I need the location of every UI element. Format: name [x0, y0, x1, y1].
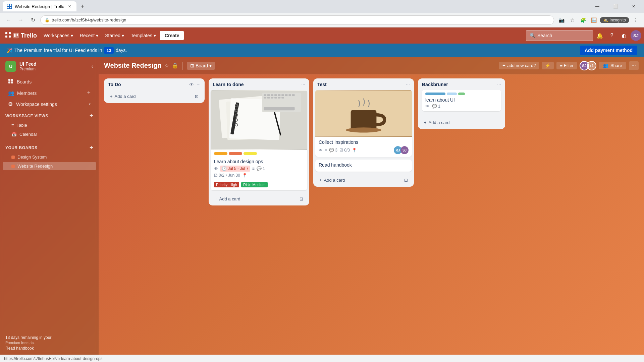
footer-line2: Premium free trial. — [5, 341, 93, 345]
notifications-icon[interactable]: 🔔 — [594, 30, 605, 41]
card-collect-inspirations[interactable]: Collect Inspirations 👁 ≡ 💬 3 ☑ 0/3 📍 — [315, 90, 412, 157]
create-button[interactable]: Create — [160, 31, 184, 40]
svg-rect-10 — [17, 34, 18, 36]
sidebar-item-boards[interactable]: Boards — [3, 76, 96, 87]
card-comments: 💬 1 — [257, 166, 265, 171]
workspace-views-label: Workspace views — [5, 114, 88, 118]
reload-button[interactable]: ↻ — [28, 15, 38, 25]
column-learn: Learn to done ··· — [209, 78, 309, 205]
your-boards-header: Your boards + — [0, 141, 99, 153]
starred-menu[interactable]: Starred ▾ — [102, 32, 127, 40]
website-redesign-label: Website Redesign — [17, 164, 53, 169]
trial-banner-text: The Premium free trial for UI Feed ends … — [14, 48, 102, 53]
forward-button[interactable]: → — [16, 15, 25, 25]
column-learn-more-icon[interactable]: ··· — [301, 82, 305, 87]
power-ups-button[interactable]: ⚡ — [542, 62, 554, 69]
workspace-icon: U — [5, 61, 16, 72]
table-label: Table — [17, 123, 27, 128]
new-tab-button[interactable]: + — [78, 2, 87, 11]
back-button[interactable]: ← — [4, 15, 13, 25]
user-avatar[interactable]: SJ — [631, 30, 641, 41]
add-board-button[interactable]: + — [90, 144, 93, 151]
profiles-icon[interactable]: 🪟 — [589, 15, 598, 25]
workspace-views-header: Workspace views + — [0, 110, 99, 121]
svg-rect-1 — [10, 4, 11, 6]
add-member-icon[interactable]: + — [87, 89, 91, 97]
learn-add-card-button[interactable]: + Add a card ⊡ — [211, 194, 307, 204]
menu-icon[interactable]: ⋮ — [631, 15, 640, 25]
card-learn-ui[interactable]: learn about UI 👁 💬 1 — [422, 90, 501, 111]
svg-rect-4 — [5, 32, 7, 34]
boards-label: Boards — [17, 79, 91, 84]
lock-board-icon[interactable]: 🔒 — [172, 62, 178, 69]
maximize-button[interactable]: ⬜ — [608, 1, 623, 11]
star-board-icon[interactable]: ☆ — [164, 62, 169, 69]
search-box[interactable]: 🔍 Search — [526, 30, 593, 41]
sidebar-collapse-button[interactable]: ‹ — [92, 63, 93, 69]
card-read-handbook[interactable]: Read handbook — [315, 160, 412, 172]
theme-icon[interactable]: ◐ — [619, 30, 629, 41]
lock-icon: 🔒 — [45, 18, 50, 22]
svg-rect-9 — [14, 34, 15, 37]
incognito-badge: 🕵 Incognito — [600, 17, 629, 23]
bookmark-star-icon[interactable]: ☆ — [568, 15, 577, 25]
svg-rect-33 — [281, 94, 284, 96]
help-icon[interactable]: ? — [606, 30, 617, 41]
browser-tab[interactable]: Website Redesign | Trello ✕ — [3, 1, 76, 11]
workspace-settings-label: Workspace settings — [16, 102, 86, 107]
members-label: Members — [17, 90, 84, 96]
member-avatars-group: SJ +1 — [580, 61, 596, 70]
header-separator — [182, 62, 183, 70]
column-todo-watch-icon[interactable]: 👁 — [189, 82, 194, 87]
recent-menu[interactable]: Recent ▾ — [77, 32, 101, 40]
add-card-label: Add a card — [324, 178, 345, 183]
sidebar-item-design-system[interactable]: Design System — [3, 153, 96, 161]
card-read-handbook-title: Read handbook — [319, 162, 409, 168]
tab-close-button[interactable]: ✕ — [67, 4, 72, 9]
sidebar-item-calendar[interactable]: 📅 Calendar — [3, 130, 96, 138]
svg-rect-6 — [5, 36, 7, 38]
card-design-ops[interactable]: Learn about design ops 👁 🕐 Jul 5 - Jul 7… — [211, 90, 307, 190]
sidebar-item-workspace-settings[interactable]: ⚙ Workspace settings ▾ — [3, 99, 96, 109]
add-new-card-button[interactable]: ✦ add new card? — [499, 62, 539, 69]
card-image-notebook — [211, 90, 307, 150]
svg-rect-2 — [7, 7, 9, 8]
card-tag-1: Priority: High — [214, 182, 239, 187]
design-system-label: Design System — [17, 155, 47, 160]
add-workspace-view-button[interactable]: + — [90, 112, 93, 119]
sidebar-item-members[interactable]: 👥 Members + — [3, 88, 96, 98]
workspace-header: U UI Feed Premium ‹ — [0, 57, 99, 76]
workspaces-menu[interactable]: Workspaces ▾ — [41, 32, 76, 40]
status-url: https://trello.com/c/6ehusEpP/5-learn-ab… — [4, 356, 103, 361]
close-button[interactable]: ✕ — [626, 1, 641, 11]
trello-home-button[interactable]: Trello — [3, 31, 40, 41]
card-watch-icon: 👁 — [214, 166, 218, 171]
read-handbook-link[interactable]: Read handbook — [5, 346, 93, 351]
card-label-1 — [214, 152, 227, 155]
column-test-title: Test — [317, 82, 403, 87]
svg-rect-34 — [285, 94, 288, 96]
extensions-icon[interactable]: 🧩 — [578, 15, 588, 25]
member-count-badge[interactable]: +1 — [587, 61, 596, 70]
templates-menu[interactable]: Templates ▾ — [128, 32, 159, 40]
minimize-button[interactable]: — — [590, 1, 605, 11]
column-backbruner-more-icon[interactable]: ··· — [497, 82, 501, 87]
filter-button[interactable]: ≡ Filter — [556, 62, 577, 69]
more-options-button[interactable]: ··· — [629, 61, 639, 70]
svg-rect-35 — [288, 94, 291, 96]
column-todo-more-icon[interactable]: ··· — [197, 82, 201, 87]
backbruner-add-card-button[interactable]: + Add a card — [420, 117, 503, 128]
share-button[interactable]: 👥 Share — [599, 62, 626, 69]
column-backbruner: Backbruner ··· learn ab — [418, 78, 505, 129]
add-payment-button[interactable]: Add payment method — [580, 46, 637, 55]
calendar-icon: 📅 — [11, 132, 17, 137]
svg-rect-12 — [11, 79, 13, 81]
test-add-card-button[interactable]: + Add a card ⊡ — [315, 175, 412, 185]
board-view-button[interactable]: ⊞ Board ▾ — [187, 62, 215, 70]
sidebar-item-table[interactable]: ≡ Table — [3, 121, 96, 129]
card-learn-ui-title: learn about UI — [425, 97, 498, 103]
todo-add-card-button[interactable]: + Add a card ⊡ — [106, 91, 203, 102]
column-test-more-icon[interactable]: ··· — [406, 82, 410, 87]
sidebar-item-website-redesign[interactable]: Website Redesign — [3, 162, 96, 170]
address-bar[interactable]: 🔒 trello.com/b/lzcfSh4q/website-redesign — [40, 15, 554, 25]
